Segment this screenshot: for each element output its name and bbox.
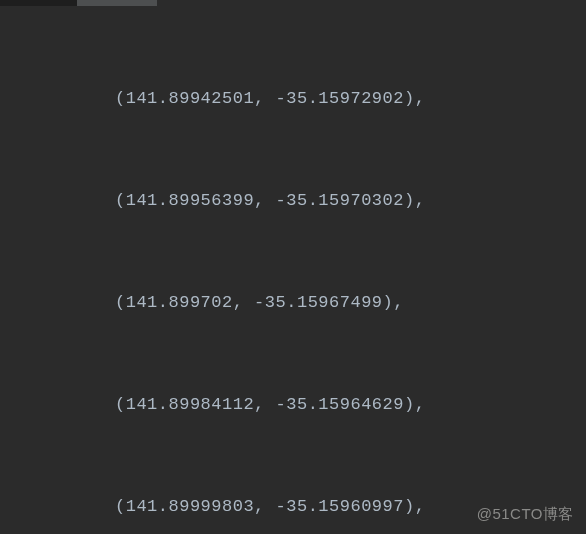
code-line: (141.89942501, -35.15972902), bbox=[115, 82, 586, 116]
code-line: (141.89984112, -35.15964629), bbox=[115, 388, 586, 422]
tab-active[interactable] bbox=[77, 0, 157, 6]
watermark: @51CTO博客 bbox=[477, 505, 574, 524]
code-editor[interactable]: (141.89942501, -35.15972902), (141.89956… bbox=[0, 6, 586, 534]
code-line: (141.899702, -35.15967499), bbox=[115, 286, 586, 320]
code-line: (141.89956399, -35.15970302), bbox=[115, 184, 586, 218]
tab-inactive[interactable] bbox=[0, 0, 77, 6]
